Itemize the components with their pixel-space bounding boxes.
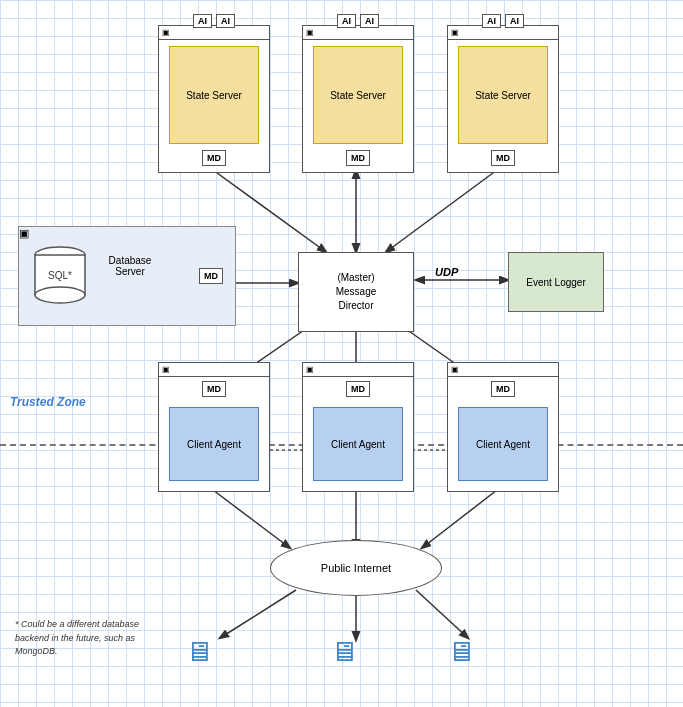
state-server-3-icon: ▣ — [451, 28, 459, 37]
database-server-label: Database Server — [95, 255, 165, 277]
udp-label: UDP — [435, 266, 458, 278]
client-agent-3-label: Client Agent — [458, 407, 548, 481]
state-server-3-md: MD — [491, 150, 515, 166]
client-agent-1-title-bar: ▣ — [159, 363, 269, 377]
trusted-zone-label: Trusted Zone — [10, 395, 86, 409]
state-server-1-ai2: AI — [216, 14, 235, 28]
state-server-3-ai1: AI — [482, 14, 501, 28]
database-server-icon: ▣ — [19, 227, 29, 239]
diagram-canvas: ▣ AI AI State Server MD ▣ AI AI State Se… — [0, 0, 683, 707]
client-agent-2-md: MD — [346, 381, 370, 397]
master-director-box: (Master) Message Director — [298, 252, 414, 332]
client-agent-3-title-bar: ▣ — [448, 363, 558, 377]
svg-line-13 — [416, 590, 468, 638]
svg-point-18 — [35, 287, 85, 303]
state-server-1-icon: ▣ — [162, 28, 170, 37]
public-internet-ellipse: Public Internet — [270, 540, 442, 596]
database-server-box: ▣ SQL* Database Server MD — [18, 226, 236, 326]
client-agent-3-icon: ▣ — [451, 365, 459, 374]
client-agent-1-box: ▣ MD Client Agent — [158, 362, 270, 492]
state-server-2-ai2: AI — [360, 14, 379, 28]
svg-line-11 — [220, 590, 296, 638]
event-logger-box: Event Logger — [508, 252, 604, 312]
note-text: * Could be a different database backend … — [15, 618, 175, 659]
sql-cylinder: SQL* — [33, 245, 87, 307]
svg-line-10 — [422, 490, 497, 548]
svg-line-2 — [386, 170, 497, 252]
database-server-title-bar: ▣ — [19, 227, 235, 240]
computer-3-icon: 🖥 — [447, 635, 475, 668]
state-server-2-ai-badges: AI AI — [337, 14, 379, 28]
state-server-1-box: ▣ AI AI State Server MD — [158, 25, 270, 173]
state-server-1-md: MD — [202, 150, 226, 166]
svg-line-8 — [213, 490, 290, 548]
public-internet-label: Public Internet — [321, 562, 391, 574]
state-server-2-title-bar: ▣ — [303, 26, 413, 40]
client-agent-3-box: ▣ MD Client Agent — [447, 362, 559, 492]
state-server-3-label: State Server — [458, 46, 548, 144]
client-agent-1-icon: ▣ — [162, 365, 170, 374]
state-server-1-ai-badges: AI AI — [193, 14, 235, 28]
state-server-1-title-bar: ▣ — [159, 26, 269, 40]
state-server-2-icon: ▣ — [306, 28, 314, 37]
client-agent-2-title-bar: ▣ — [303, 363, 413, 377]
state-server-2-box: ▣ AI AI State Server MD — [302, 25, 414, 173]
database-server-md: MD — [199, 268, 223, 284]
state-server-2-label: State Server — [313, 46, 403, 144]
client-agent-2-icon: ▣ — [306, 365, 314, 374]
event-logger-label: Event Logger — [526, 277, 586, 288]
computer-1-icon: 🖥 — [185, 635, 213, 668]
computer-2-icon: 🖥 — [330, 635, 358, 668]
master-director-label: (Master) Message Director — [336, 271, 377, 313]
state-server-3-title-bar: ▣ — [448, 26, 558, 40]
client-agent-1-md: MD — [202, 381, 226, 397]
state-server-3-box: ▣ AI AI State Server MD — [447, 25, 559, 173]
client-agent-3-md: MD — [491, 381, 515, 397]
state-server-1-ai1: AI — [193, 14, 212, 28]
state-server-3-ai2: AI — [505, 14, 524, 28]
client-agent-2-box: ▣ MD Client Agent — [302, 362, 414, 492]
state-server-3-ai-badges: AI AI — [482, 14, 524, 28]
svg-text:SQL*: SQL* — [48, 270, 72, 281]
state-server-2-md: MD — [346, 150, 370, 166]
client-agent-2-label: Client Agent — [313, 407, 403, 481]
client-agent-1-label: Client Agent — [169, 407, 259, 481]
state-server-2-ai1: AI — [337, 14, 356, 28]
state-server-1-label: State Server — [169, 46, 259, 144]
